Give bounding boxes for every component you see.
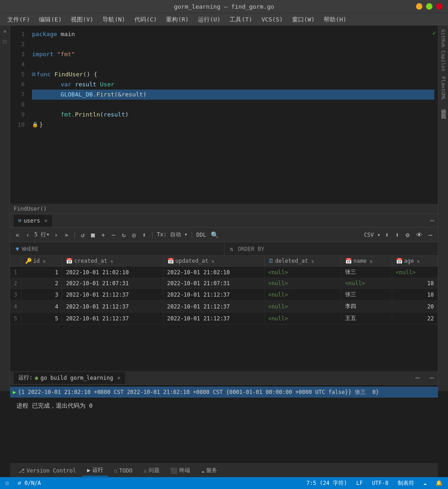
cell-age-4[interactable]: 20 xyxy=(392,301,437,313)
refresh-btn[interactable]: ↺ xyxy=(79,231,86,239)
tab-run[interactable]: ▶ 运行 xyxy=(82,465,107,477)
maximize-button[interactable] xyxy=(426,3,432,10)
nav-last-btn[interactable]: » xyxy=(63,231,70,239)
cell-age-2[interactable]: 18 xyxy=(392,278,437,289)
col-header-id[interactable]: 🔑id ⇅ xyxy=(21,256,62,266)
orderby-filter[interactable]: ⇅ ORDER BY xyxy=(224,242,438,255)
cell-name-1[interactable]: 张三 xyxy=(341,266,392,278)
menu-tools[interactable]: 工具(T) xyxy=(226,15,256,25)
menu-run[interactable]: 运行(U) xyxy=(194,15,224,25)
add-row-btn[interactable]: + xyxy=(100,231,107,239)
cell-id-4[interactable]: 4 xyxy=(21,301,62,313)
tab-terminal[interactable]: ⬛ 终端 xyxy=(166,465,195,477)
cell-created-5[interactable]: 2022-10-01 21:12:37 xyxy=(62,313,163,324)
cell-updated-2[interactable]: 2022-10-01 21:07:31 xyxy=(163,278,264,289)
col-header-age[interactable]: 📅age ⇅ xyxy=(392,256,437,266)
status-git-icon[interactable]: ⎅ xyxy=(4,477,11,489)
menu-file[interactable]: 文件(F) xyxy=(4,15,33,25)
menu-view[interactable]: 视图(V) xyxy=(67,15,97,25)
nav-next-btn[interactable]: › xyxy=(53,231,60,239)
close-button[interactable] xyxy=(436,3,443,10)
cell-name-2[interactable]: <null> xyxy=(341,278,392,289)
lightbulb-icon[interactable]: 💡 xyxy=(28,90,30,100)
tx-label[interactable]: Tx: 自动 ▾ xyxy=(157,231,187,239)
menu-vcs[interactable]: VCS(S) xyxy=(258,15,287,24)
tab-services[interactable]: ☁ 服务 xyxy=(197,465,222,477)
csv-label[interactable]: CSV ▾ xyxy=(364,232,380,238)
code-lines[interactable]: package main import "fmt" ⊟func FindUser… xyxy=(28,26,438,204)
cell-id-5[interactable]: 5 xyxy=(21,313,62,324)
code-editor[interactable]: 1 2 3 4 5 6 7 8 9 10 package main import… xyxy=(10,26,438,204)
status-position[interactable]: 7:5 (24 字符) xyxy=(304,477,349,489)
cell-id-2[interactable]: 2 xyxy=(21,278,62,289)
cell-name-4[interactable]: 李四 xyxy=(341,301,392,313)
row-count-label[interactable]: 5 行▾ xyxy=(34,231,50,239)
cell-deleted-5[interactable]: <null> xyxy=(264,313,341,324)
col-header-created-at[interactable]: 📅created_at ⇅ xyxy=(62,256,163,266)
export-btn[interactable]: ⬇ xyxy=(140,231,148,239)
cell-created-2[interactable]: 2022-10-01 21:07:31 xyxy=(62,278,163,289)
sidebar-screenshot[interactable]: 截图 xyxy=(439,108,448,112)
cell-age-3[interactable]: 18 xyxy=(392,289,437,301)
menu-help[interactable]: 帮助(H) xyxy=(320,15,350,25)
status-cloud-icon[interactable]: ☁ xyxy=(421,477,428,489)
tab-version-control[interactable]: ⎇ Version Control xyxy=(14,465,80,477)
sidebar-translate[interactable]: 翻译 xyxy=(439,103,448,107)
cell-name-3[interactable]: 张三 xyxy=(341,289,392,301)
sidebar-plantuml[interactable]: PlantUML xyxy=(439,74,447,102)
cell-updated-3[interactable]: 2022-10-01 21:12:37 xyxy=(163,289,264,301)
tab-problems[interactable]: ⚠ 问题 xyxy=(139,465,164,477)
menu-edit[interactable]: 编辑(E) xyxy=(35,15,65,25)
col-settings-btn[interactable]: ⚙ xyxy=(404,231,411,239)
cell-created-4[interactable]: 2022-10-01 21:12:37 xyxy=(62,301,163,313)
filter-btn[interactable]: ◎ xyxy=(130,231,138,239)
cell-id-3[interactable]: 3 xyxy=(21,289,62,301)
remove-row-btn[interactable]: − xyxy=(110,231,117,239)
col-header-updated-at[interactable]: 📅updated_at ⇅ xyxy=(163,256,264,266)
revert-btn[interactable]: ↻ xyxy=(120,231,127,239)
db-tab-close[interactable]: × xyxy=(44,218,48,224)
minimize-button[interactable] xyxy=(416,3,422,10)
terminal-tab-run[interactable]: 运行: ● go build gorm_learning × xyxy=(14,372,125,384)
col-header-name[interactable]: 📅name ⇅ xyxy=(341,256,392,266)
terminal-close-btn[interactable]: − xyxy=(429,373,434,383)
status-bell-icon[interactable]: 🔔 xyxy=(434,477,444,489)
more-options-btn[interactable]: ⋯ xyxy=(427,231,434,239)
db-tab-users[interactable]: ⊞ users × xyxy=(14,215,52,227)
stop-btn[interactable]: ■ xyxy=(89,231,96,239)
tab-todo[interactable]: ☐ TODO xyxy=(110,465,137,477)
menu-nav[interactable]: 导航(N) xyxy=(99,15,128,25)
db-table-area[interactable]: 🔑id ⇅ 📅created_at ⇅ 📅updated_at ⇅ 🗓delet… xyxy=(10,256,438,342)
upload-btn[interactable]: ⬆ xyxy=(394,231,401,239)
cell-created-1[interactable]: 2022-10-01 21:02:10 xyxy=(62,266,163,278)
menu-refactor[interactable]: 重构(R) xyxy=(162,15,192,25)
cell-deleted-1[interactable]: <null> xyxy=(264,266,341,278)
cell-deleted-2[interactable]: <null> xyxy=(264,278,341,289)
cell-id-1[interactable]: 1 xyxy=(21,266,62,278)
status-line-ending[interactable]: LF xyxy=(354,477,364,489)
sidebar-github-copilot[interactable]: GitHub Copilot xyxy=(439,27,447,74)
status-encoding[interactable]: UTF-8 xyxy=(370,477,390,489)
cell-age-1[interactable]: <null> xyxy=(392,266,437,278)
cell-deleted-4[interactable]: <null> xyxy=(264,301,341,313)
ddl-label[interactable]: DDL xyxy=(197,232,207,238)
nav-prev-btn[interactable]: ‹ xyxy=(24,231,31,239)
menu-code[interactable]: 代码(C) xyxy=(131,15,160,25)
download-btn[interactable]: ⬇ xyxy=(383,231,390,239)
menu-window[interactable]: 窗口(W) xyxy=(288,15,318,25)
nav-first-btn[interactable]: « xyxy=(14,231,21,239)
cell-name-5[interactable]: 王五 xyxy=(341,313,392,324)
status-problems-count[interactable]: ∅ 0/N/A xyxy=(16,477,43,489)
cell-age-5[interactable]: 22 xyxy=(392,313,437,324)
col-header-deleted-at[interactable]: 🗓deleted_at ⇅ xyxy=(264,256,341,266)
cell-updated-4[interactable]: 2022-10-01 21:12:37 xyxy=(163,301,264,313)
terminal-tab-close[interactable]: × xyxy=(117,375,120,381)
cell-created-3[interactable]: 2022-10-01 21:12:37 xyxy=(62,289,163,301)
window-controls[interactable] xyxy=(416,3,443,10)
status-indent[interactable]: 制表符 xyxy=(396,477,416,489)
cell-updated-1[interactable]: 2022-10-01 21:02:10 xyxy=(163,266,264,278)
preview-btn[interactable]: 👁 xyxy=(414,231,424,239)
cell-deleted-3[interactable]: <null> xyxy=(264,289,341,301)
where-filter[interactable]: ▼ WHERE xyxy=(10,242,224,255)
terminal-more-icon[interactable]: ⋯ xyxy=(415,373,420,382)
